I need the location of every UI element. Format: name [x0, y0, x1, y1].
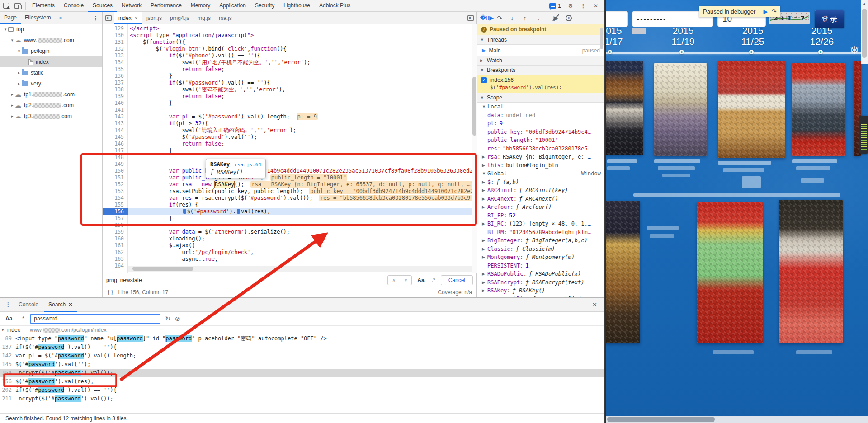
code-line-135[interactable]: return false; [128, 66, 472, 73]
issues-button[interactable]: 1 [547, 2, 564, 10]
tab-console[interactable]: Console [14, 298, 42, 312]
gutter-line-150[interactable]: 150 [103, 168, 128, 174]
gutter-line-131[interactable]: 131 [103, 39, 128, 46]
scroll-up-arrow-icon[interactable]: ▲ [861, 0, 868, 6]
expand-arrow-icon[interactable]: ▶ [482, 288, 487, 293]
main-tab-adblock-plus[interactable]: Adblock Plus [315, 0, 355, 12]
page-nav-widget[interactable] [859, 116, 868, 154]
disclosure-arrow-icon[interactable]: ▸ [9, 92, 15, 97]
find-next-icon[interactable]: ∨ [400, 276, 411, 285]
gutter-line-160[interactable]: 160 [103, 235, 128, 242]
disclosure-arrow-icon[interactable]: ▸ [16, 70, 22, 75]
scope-variable-arc4init[interactable]: ▶ARC4init:ƒ ARC4init(key) [477, 186, 604, 195]
expand-arrow-icon[interactable]: ▶ [482, 247, 487, 251]
breakpoint-entry[interactable]: ✓ index:156 $('#password').val(res); [477, 75, 604, 93]
scope-local-header[interactable]: ▼Local [477, 103, 604, 111]
source-editor[interactable]: 1291301311321331341351361371381391401411… [103, 24, 477, 273]
step-out-icon[interactable]: ↑ [519, 13, 530, 23]
main-tab-performance[interactable]: Performance [146, 0, 186, 12]
timeline-dot-icon[interactable] [818, 50, 823, 54]
code-line-161[interactable]: $.ajax({ [128, 242, 472, 249]
gutter-line-147[interactable]: 147 [103, 147, 128, 154]
timeline-dot-icon[interactable] [608, 50, 612, 54]
expand-arrow-icon[interactable]: ▶ [482, 255, 487, 259]
page-horizontal-scrollbar[interactable] [606, 416, 861, 423]
search-result-row[interactable]: 145$('#password').val(''); [0, 360, 604, 369]
disclosure-arrow-icon[interactable]: ▸ [9, 103, 15, 108]
step-over-icon[interactable]: ↷ [494, 13, 505, 23]
gutter-line-137[interactable]: 137 [103, 80, 128, 86]
expand-arrow-icon[interactable]: ▶ [482, 155, 487, 159]
hide-navigator-icon[interactable] [105, 15, 112, 21]
navigator-menu-icon[interactable]: ⋮ [90, 15, 102, 21]
scope-variable-arc4next[interactable]: ▶ARC4next:ƒ ARC4next() [477, 195, 604, 203]
code-line-137[interactable]: if($('#password').val() == ''){ [128, 80, 472, 86]
expand-arrow-icon[interactable]: ▶ [482, 238, 487, 243]
resume-script-icon[interactable]: �II▶ [481, 13, 492, 23]
disclosure-arrow-icon[interactable]: ▸ [9, 114, 15, 118]
code-line-153[interactable]: rsa.setPublic(public_key, public_length)… [128, 188, 472, 195]
scrollbar-thumb[interactable] [607, 417, 715, 422]
code-line-133[interactable]: if($('#phone').val() == ''){ [128, 52, 472, 59]
gutter-line-152[interactable]: 152 [103, 181, 128, 188]
username-field-partial[interactable] [606, 11, 628, 27]
gutter-line-134[interactable]: 134 [103, 59, 128, 66]
gutter-line-148[interactable]: 148 [103, 154, 128, 161]
code-line-132[interactable]: $('#login_btn').bind('click',function(){ [128, 46, 472, 52]
gutter-line-132[interactable]: 132 [103, 46, 128, 52]
page-vertical-scrollbar[interactable]: ▲ [861, 0, 868, 64]
code-line-144[interactable]: swal('请输入正确的密码。','','error'); [128, 127, 472, 134]
pretty-print-icon[interactable]: {} [107, 289, 113, 296]
expand-arrow-icon[interactable]: ▶ [482, 180, 487, 184]
photo-thumbnail[interactable] [779, 200, 843, 343]
gutter-line-135[interactable]: 135 [103, 66, 128, 73]
gutter-line-129[interactable]: 129 [103, 25, 128, 32]
tree-item-very[interactable]: ▸very [0, 78, 102, 89]
search-result-row[interactable]: 154…ncrypt($('#password').val()); [0, 369, 604, 377]
code-line-131[interactable]: $(function(){ [128, 39, 472, 46]
code-line-136[interactable]: } [128, 73, 472, 80]
code-line-134[interactable]: swal('用户名/手机号不能为空。','','error'); [128, 59, 472, 66]
code-line-139[interactable]: return false; [128, 93, 472, 100]
more-options-icon[interactable]: ⋮ [577, 0, 589, 11]
file-tab-jsbn-js[interactable]: jsbn.js [142, 12, 166, 24]
tree-item-pc-login[interactable]: ▾pc/login [0, 46, 102, 56]
scope-variable-pl[interactable]: pl:9 [477, 119, 604, 128]
main-tab-lighthouse[interactable]: Lighthouse [279, 0, 315, 12]
disclosure-arrow-icon[interactable]: ▾ [9, 38, 15, 42]
close-devtools-icon[interactable]: ✕ [590, 0, 602, 11]
deactivate-breakpoints-icon[interactable]: ▶ [551, 13, 561, 23]
gutter-line-162[interactable]: 162 [103, 249, 128, 256]
gutter-line-161[interactable]: 161 [103, 242, 128, 249]
scope-variable-rsakey[interactable]: ▶RSAKey:ƒ RSAKey() [477, 287, 604, 295]
gutter-line-133[interactable]: 133 [103, 52, 128, 59]
gutter-line-159[interactable]: 159 [103, 229, 128, 235]
scrollbar-thumb[interactable] [600, 28, 603, 49]
expand-arrow-icon[interactable]: ▶ [482, 197, 487, 201]
search-result-row[interactable]: 202if($('#password').val() == ''){ [0, 386, 604, 395]
timeline-dot-icon[interactable] [749, 50, 754, 54]
code-line-146[interactable]: return false; [128, 141, 472, 147]
gutter-line-164[interactable]: 164 [103, 263, 128, 269]
scope-variable-data[interactable]: data:undefined [477, 111, 604, 120]
step-icon[interactable]: → [532, 13, 543, 23]
search-result-file-header[interactable]: ▾index— www..com/pc/login/index [0, 326, 604, 334]
file-tab-prng4-js[interactable]: prng4.js [166, 12, 193, 24]
main-tab-application[interactable]: Application [215, 0, 250, 12]
tree-item-tp3-[interactable]: ▸☁tp3..com [0, 111, 102, 122]
gutter-line-144[interactable]: 144 [103, 127, 128, 134]
code-line-147[interactable]: } [128, 147, 472, 154]
scope-variable-public-length[interactable]: public_length:"10001" [477, 136, 604, 145]
scope-variable-bi-rc[interactable]: ▶BI_RC:(123) [empty × 48, 0, 1,… [477, 220, 604, 228]
code-line-142[interactable]: var pl = $('#password').val().length; pl… [128, 113, 472, 120]
scope-variable-this[interactable]: ▶this:button#login_btn [477, 161, 604, 170]
gutter-line-139[interactable]: 139 [103, 93, 128, 100]
scope-variable-res[interactable]: res:"bb5856638dcb3ca03280178e5… [477, 145, 604, 153]
gutter-line-149[interactable]: 149 [103, 161, 128, 168]
breakpoint-checkbox[interactable]: ✓ [481, 77, 487, 83]
code-line-148[interactable] [128, 154, 472, 161]
gutter-line-157[interactable]: 157 [103, 215, 128, 222]
photo-thumbnail[interactable] [718, 61, 785, 158]
search-match-case-toggle[interactable]: Aa [4, 315, 14, 322]
expand-arrow-icon[interactable]: ▶ [482, 188, 487, 193]
